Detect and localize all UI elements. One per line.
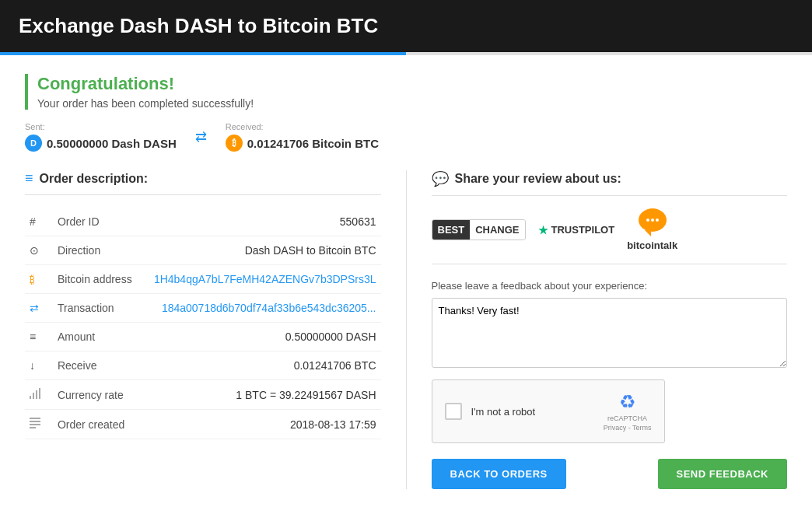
row-value: Dash DASH to Bitcoin BTC [149,236,381,265]
congratulations-heading: Congratulations! [37,74,787,94]
row-label: Receive [53,351,149,380]
received-value: ₿ 0.01241706 Bitcoin BTC [226,135,379,152]
list-icon: ≡ [25,170,33,187]
row-value: 0.50000000 DASH [149,323,381,351]
received-label: Received: [226,122,379,131]
bitcoin-address-link[interactable]: 1H4b4qgA7bL7FeMH42AZENGv7b3DPSrs3L [154,273,376,285]
review-platforms: BEST CHANGE ★ TRUSTPILOT [432,208,788,264]
trustpilot-star-icon: ★ [538,224,548,236]
recaptcha-links-text: Privacy - Terms [604,424,652,432]
trustpilot-label: TRUSTPILOT [551,224,615,236]
svg-rect-4 [30,418,40,419]
order-table: # Order ID 550631 ⊙ Direction Dash DASH … [25,208,381,439]
sent-label: Sent: [25,122,177,131]
sent-value: D 0.50000000 Dash DASH [25,135,177,152]
row-value: 1H4b4qgA7bL7FeMH42AZENGv7b3DPSrs3L [149,265,381,294]
row-icon [25,380,53,410]
exchange-arrow-icon: ⇄ [195,128,207,145]
row-value: 550631 [149,208,381,236]
send-feedback-button[interactable]: SEND FEEDBACK [658,459,787,489]
table-row: ⊙ Direction Dash DASH to Bitcoin BTC [25,236,381,265]
svg-point-10 [656,219,659,222]
row-label: Bitcoin address [53,265,149,294]
svg-rect-7 [30,427,36,428]
feedback-label: Please leave a feedback about your exper… [432,280,788,292]
congratulations-section: Congratulations! Your order has been com… [25,74,787,110]
svg-point-8 [646,219,649,222]
row-icon: ₿ [25,265,53,294]
row-value: 184a00718d6b70df74af33b6e543dc36205... [149,294,381,323]
page-title: Exchange Dash DASH to Bitcoin BTC [19,14,378,37]
table-row: ≡ Amount 0.50000000 DASH [25,323,381,351]
svg-rect-5 [30,421,40,422]
row-label: Currency rate [53,380,149,410]
transaction-summary: Sent: D 0.50000000 Dash DASH ⇄ Received:… [25,122,787,152]
row-icon: # [25,208,53,236]
transaction-link[interactable]: 184a00718d6b70df74af33b6e543dc36205... [162,302,376,314]
bottom-actions: BACK TO ORDERS SEND FEEDBACK [432,459,788,489]
btc-icon: ₿ [226,135,243,152]
back-to-orders-button[interactable]: BACK TO ORDERS [432,459,566,489]
row-label: Order created [53,410,149,439]
recaptcha-right: ♻ reCAPTCHA Privacy - Terms [604,391,652,432]
sent-field: Sent: D 0.50000000 Dash DASH [25,122,177,152]
svg-rect-2 [36,390,37,399]
row-icon: ↓ [25,351,53,380]
order-section-title: ≡ Order description: [25,170,381,195]
row-label: Order ID [53,208,149,236]
row-icon: ⇄ [25,294,53,323]
table-row: # Order ID 550631 [25,208,381,236]
top-header: Exchange Dash DASH to Bitcoin BTC [0,0,812,52]
recaptcha-logo-icon: ♻ [619,391,636,413]
table-row: ↓ Receive 0.01241706 BTC [25,351,381,380]
row-value: 2018-08-13 17:59 [149,410,381,439]
svg-rect-1 [33,393,34,399]
row-label: Amount [53,323,149,351]
bestchange-change-label: CHANGE [470,220,524,240]
svg-point-9 [651,219,654,222]
row-icon [25,410,53,439]
row-label: Direction [53,236,149,265]
table-row: ⇄ Transaction 184a00718d6b70df74af33b6e5… [25,294,381,323]
row-value: 1 BTC = 39.22491567 DASH [149,380,381,410]
chat-icon: 💬 [432,170,449,187]
review-section-title: 💬 Share your review about us: [432,170,788,196]
table-row: Order created 2018-08-13 17:59 [25,410,381,439]
main-content: Congratulations! Your order has been com… [0,55,812,521]
bitcointalk-badge[interactable]: bitcointalk [627,208,677,251]
row-value: 0.01241706 BTC [149,351,381,380]
bitcointalk-text: bitcointalk [627,240,677,251]
received-field: Received: ₿ 0.01241706 Bitcoin BTC [226,122,379,152]
recaptcha-checkbox[interactable] [445,403,462,420]
bitcointalk-bubble-icon [639,208,667,232]
recaptcha-brand-text: reCAPTCHA [607,414,647,422]
dash-icon: D [25,135,42,152]
table-row: ₿ Bitcoin address 1H4b4qgA7bL7FeMH42AZEN… [25,265,381,294]
bestchange-best-label: BEST [432,220,471,240]
feedback-textarea[interactable]: Thanks! Very fast! [432,298,788,368]
recaptcha-box: I'm not a robot ♻ reCAPTCHA Privacy - Te… [432,379,665,443]
recaptcha-left: I'm not a robot [445,403,536,420]
row-icon: ≡ [25,323,53,351]
bestchange-badge[interactable]: BEST CHANGE [432,219,526,240]
svg-rect-0 [30,396,31,399]
row-label: Transaction [53,294,149,323]
svg-rect-6 [30,424,40,425]
recaptcha-label: I'm not a robot [471,406,536,418]
congratulations-subtext: Your order has been completed successful… [37,97,787,110]
svg-rect-3 [39,388,40,399]
table-row: Currency rate 1 BTC = 39.22491567 DASH [25,380,381,410]
row-icon: ⊙ [25,236,53,265]
trustpilot-badge[interactable]: ★ TRUSTPILOT [538,224,615,236]
